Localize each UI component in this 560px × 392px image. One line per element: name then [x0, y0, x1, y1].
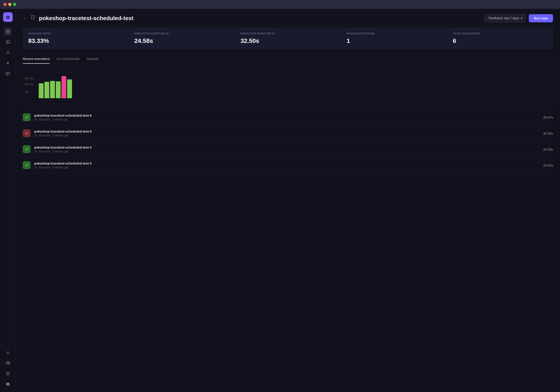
stat-value-0: 83.33% [28, 37, 123, 44]
sidebar-bottom [3, 348, 12, 389]
tab-settings[interactable]: Settings [87, 54, 99, 64]
sidebar-item-test-suites[interactable] [3, 38, 12, 46]
stat-value-4: 6 [453, 37, 548, 44]
chart-bar-3 [56, 81, 60, 98]
page-header: ← pokeshop-tracetest-scheduled-test Time… [16, 9, 560, 28]
run-now-button[interactable]: Run now [529, 14, 553, 22]
exec-name-4: pokeshop-tracetest-scheduled-test-4 [34, 145, 543, 149]
timeframe-dropdown[interactable]: Timeframe: last 7 days ▾ [485, 14, 526, 22]
sidebar-item-table[interactable] [3, 69, 12, 78]
exec-status-pass-6 [23, 113, 31, 121]
close-button[interactable] [3, 3, 7, 6]
chart-wrapper: P95 32s P50 24s 18s [23, 69, 553, 104]
exec-name-5: pokeshop-tracetest-scheduled-test-5 [34, 130, 543, 133]
test-file-icon [31, 15, 35, 21]
stat-label-3: FAILED EXECUTIONS [347, 32, 441, 35]
exec-status-pass-4 [23, 145, 31, 153]
stat-exec-duration-p95: EXECUTION DURATION (P... 32.50s [235, 28, 340, 49]
stat-failed-executions: FAILED EXECUTIONS 1 [341, 28, 447, 49]
chart-bars [39, 73, 549, 99]
app-container: ← pokeshop-tracetest-scheduled-test Time… [0, 9, 560, 392]
sidebar-item-github[interactable] [3, 359, 12, 368]
sidebar-item-config[interactable] [3, 348, 12, 357]
exec-number-6: #6 [34, 118, 37, 121]
header-actions: Timeframe: last 7 days ▾ Run now [485, 14, 553, 22]
exec-info-6: pokeshop-tracetest-scheduled-test-6 #6 E… [34, 113, 543, 121]
svg-rect-5 [7, 40, 10, 43]
y-label-p50: P50 24s [25, 83, 33, 86]
exec-info-4: pokeshop-tracetest-scheduled-test-4 #4 E… [34, 145, 543, 153]
exec-status-pass-3 [23, 161, 31, 169]
y-label-18s: 18s [25, 90, 29, 93]
stats-grid: PASS/FAIL RATIO 83.33% EXECUTION DURATIO… [16, 28, 560, 54]
execution-item-3[interactable]: pokeshop-tracetest-scheduled-test-3 #3 E… [23, 157, 553, 173]
svg-point-11 [7, 352, 8, 353]
timeframe-label: Timeframe: last 7 days [488, 16, 519, 20]
chart-bar-4 [61, 76, 66, 98]
exec-number-4: #4 [34, 150, 37, 153]
exec-name-3: pokeshop-tracetest-scheduled-test-3 [34, 161, 543, 165]
exec-meta-3: #3 Executed: 4 minutes ago [34, 166, 543, 169]
chart-bar-5 [67, 80, 72, 98]
exec-meta-4: #4 Executed: 3 minutes ago [34, 150, 543, 153]
execution-item-5[interactable]: pokeshop-tracetest-scheduled-test-5 #5 E… [23, 125, 553, 141]
exec-info-5: pokeshop-tracetest-scheduled-test-5 #5 E… [34, 130, 543, 137]
stat-exec-duration-p50: EXECUTION DURATION (P... 24.58s [129, 28, 234, 49]
dropdown-chevron-icon: ▾ [521, 16, 522, 20]
sidebar-item-discord[interactable] [3, 380, 12, 389]
svg-rect-8 [6, 72, 10, 75]
executions-list: pokeshop-tracetest-scheduled-test-6 #6 E… [16, 106, 560, 177]
stat-total-executions: TOTAL EXECUTIONS 6 [447, 28, 553, 49]
chart-area: P95 32s P50 24s 18s [16, 64, 560, 106]
exec-duration-6: 25.07s [543, 115, 553, 119]
exec-duration-5: 32.50s [543, 131, 553, 135]
exec-meta-5: #5 Executed: 2 minutes ago [34, 134, 543, 137]
svg-point-13 [8, 374, 8, 375]
stat-label-1: EXECUTION DURATION (P... [134, 32, 229, 35]
stat-value-2: 32.50s [240, 37, 335, 44]
exec-info-3: pokeshop-tracetest-scheduled-test-3 #3 E… [34, 161, 543, 169]
tabs: Recent executions CLI Commands Settings [23, 54, 553, 64]
tabs-container: Recent executions CLI Commands Settings [16, 54, 560, 64]
svg-rect-14 [31, 15, 34, 19]
tab-recent-executions[interactable]: Recent executions [23, 54, 50, 64]
sidebar [0, 9, 16, 392]
stat-pass-fail: PASS/FAIL RATIO 83.33% [23, 28, 128, 49]
svg-marker-7 [7, 61, 9, 65]
exec-name-6: pokeshop-tracetest-scheduled-test-6 [34, 113, 543, 117]
y-label-p95: P95 32s [25, 77, 33, 80]
stat-label-0: PASS/FAIL RATIO [28, 32, 123, 35]
chart-bar-2 [50, 81, 55, 98]
window-chrome [0, 0, 560, 9]
exec-meta-6: #6 Executed: a minute ago [34, 118, 543, 121]
stat-label-4: TOTAL EXECUTIONS [453, 32, 548, 35]
sidebar-item-tests[interactable] [3, 27, 12, 36]
execution-item-6[interactable]: pokeshop-tracetest-scheduled-test-6 #6 E… [23, 109, 553, 125]
exec-duration-4: 24.58s [543, 147, 553, 151]
page-title: pokeshop-tracetest-scheduled-test [39, 15, 481, 22]
stat-label-2: EXECUTION DURATION (P... [240, 32, 335, 35]
execution-item-4[interactable]: pokeshop-tracetest-scheduled-test-4 #4 E… [23, 141, 553, 157]
minimize-button[interactable] [8, 3, 11, 6]
grid-line-top [35, 72, 553, 72]
sidebar-item-lightning[interactable] [3, 59, 12, 67]
back-button[interactable]: ← [23, 16, 27, 21]
exec-number-5: #5 [34, 134, 37, 137]
sidebar-item-settings-gear[interactable] [3, 48, 12, 57]
exec-number-3: #3 [34, 166, 37, 169]
main-content: ← pokeshop-tracetest-scheduled-test Time… [16, 9, 560, 392]
chart-bar-1 [44, 82, 49, 98]
tab-cli-commands[interactable]: CLI Commands [57, 54, 80, 64]
exec-status-fail-5 [23, 129, 31, 137]
stat-value-3: 1 [347, 37, 441, 44]
logo[interactable] [3, 12, 13, 22]
exec-duration-3: 18.41s [543, 163, 553, 167]
sidebar-item-help[interactable] [3, 369, 12, 378]
chart-bar-0 [39, 83, 43, 98]
maximize-button[interactable] [13, 3, 16, 6]
stat-value-1: 24.58s [134, 37, 229, 44]
